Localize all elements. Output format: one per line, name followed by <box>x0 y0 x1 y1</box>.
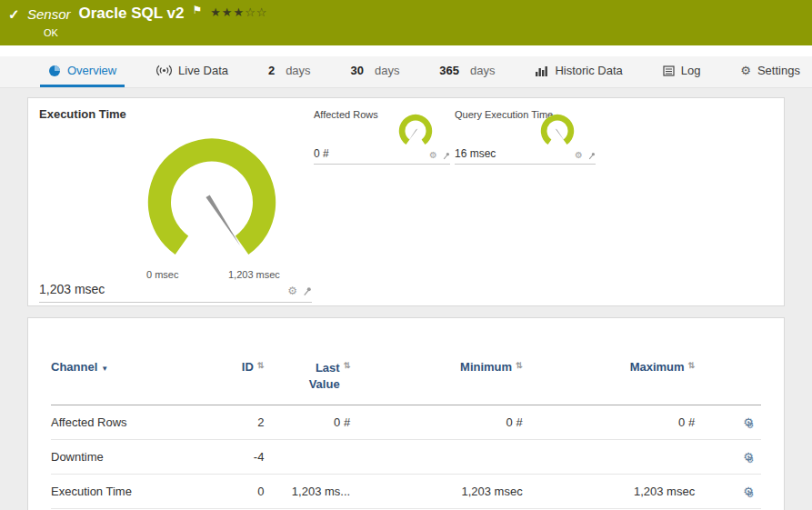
channel-minimum: 0 # <box>350 405 522 440</box>
tab-label: Settings <box>757 64 800 77</box>
affected-rows-gauge-block: Affected Rows 0 # ⚙ <box>314 109 450 173</box>
gauge-pin-icon[interactable] <box>302 286 312 296</box>
execution-time-gauge-block: Execution Time 0 msec 1,203 msec 1,203 m… <box>39 107 319 272</box>
gear-icon: ⚙ <box>740 64 751 77</box>
prtg-sensor-page: ✓ Sensor Oracle SQL v2 ⚑ ★★★☆☆ OK Overvi… <box>0 0 812 510</box>
gauge-footer: 16 msec ⚙ <box>455 147 596 165</box>
tab-label-number: 365 <box>439 64 459 77</box>
gauges-panel: Execution Time 0 msec 1,203 msec 1,203 m… <box>27 97 785 306</box>
object-kind-label: Sensor <box>27 6 71 22</box>
tab-settings[interactable]: ⚙ Settings <box>732 56 808 87</box>
tab-log[interactable]: Log <box>655 56 709 87</box>
channel-last-value: 1,203 ms... <box>264 475 350 509</box>
column-header-last-value[interactable]: Last Value⇅ <box>264 356 350 405</box>
gauge-value: 0 # <box>314 147 329 160</box>
sensor-header: ✓ Sensor Oracle SQL v2 ⚑ ★★★☆☆ OK <box>0 0 812 45</box>
gauge-needle <box>408 128 418 141</box>
channel-id: 2 <box>210 405 265 440</box>
channels-panel: Channel▼ ID⇅ Last Value⇅ Minimum⇅ Maximu… <box>27 317 785 510</box>
channel-last-value <box>264 440 350 475</box>
tab-historic-data[interactable]: Historic Data <box>526 56 630 87</box>
column-label: Last Value <box>302 360 340 392</box>
tab-label-number: 30 <box>350 64 363 77</box>
tab-label: Overview <box>67 64 116 77</box>
tab-overview[interactable]: Overview <box>40 56 125 87</box>
live-signal-icon <box>156 65 172 76</box>
tab-bar: Overview Live Data 2days 30days 365days <box>0 56 812 88</box>
channel-last-value: 0 # <box>264 405 350 440</box>
tab-label: Log <box>681 64 701 77</box>
gauge-min-label: 0 msec <box>146 269 178 280</box>
status-badge: OK <box>44 27 58 38</box>
execution-time-gauge <box>130 125 294 272</box>
channel-maximum <box>523 440 695 475</box>
gauge-actions: ⚙ <box>429 151 450 160</box>
gauge-settings-gear-icon[interactable]: ⚙ <box>429 151 437 160</box>
tab-label-word: days <box>286 64 310 77</box>
gauge-needle <box>556 128 566 141</box>
channel-id: -4 <box>210 440 265 475</box>
channel-minimum: 1,203 msec <box>350 475 522 509</box>
channel-settings-icon[interactable]: ⚙⚙ <box>736 450 754 464</box>
priority-stars[interactable]: ★★★☆☆ <box>210 5 267 19</box>
tab-2-days[interactable]: 2days <box>260 56 319 87</box>
channel-settings-icon[interactable]: ⚙⚙ <box>736 485 754 498</box>
column-header-actions <box>695 356 761 405</box>
column-header-maximum[interactable]: Maximum⇅ <box>523 356 695 405</box>
table-row: Downtime -4 ⚙⚙ <box>51 440 761 475</box>
tab-label: Historic Data <box>555 64 622 77</box>
gauge-value: 1,203 msec <box>39 282 105 296</box>
channels-table: Channel▼ ID⇅ Last Value⇅ Minimum⇅ Maximu… <box>51 356 761 510</box>
column-header-channel[interactable]: Channel▼ <box>51 356 210 405</box>
column-label: Maximum <box>630 360 685 374</box>
channel-id: 0 <box>210 475 265 509</box>
stars-empty: ☆☆ <box>245 5 267 19</box>
sort-icon: ⇅ <box>344 361 351 370</box>
channel-minimum <box>350 440 522 475</box>
query-execution-time-gauge-block: Query Execution Time 16 msec ⚙ <box>455 109 596 173</box>
gauge-pin-icon[interactable] <box>442 152 450 160</box>
gauge-footer: 1,203 msec ⚙ <box>39 282 312 303</box>
gauge-title: Execution Time <box>39 107 319 121</box>
sensor-title: Oracle SQL v2 <box>79 5 185 23</box>
sort-icon: ⇅ <box>688 361 696 370</box>
table-header-row: Channel▼ ID⇅ Last Value⇅ Minimum⇅ Maximu… <box>51 356 761 405</box>
channel-name: Execution Time <box>51 475 210 509</box>
flag-icon: ⚑ <box>192 4 202 16</box>
column-label: Channel <box>51 360 97 374</box>
gauge-max-label: 1,203 msec <box>228 269 280 280</box>
tab-label-number: 2 <box>268 64 275 77</box>
gauge-settings-gear-icon[interactable]: ⚙ <box>575 151 583 160</box>
channel-name: Affected Rows <box>51 405 210 440</box>
gauge-actions: ⚙ <box>287 285 312 296</box>
header-gap <box>0 45 812 56</box>
table-row: Affected Rows 2 0 # 0 # 0 # ⚙⚙ <box>51 405 761 440</box>
column-label: Minimum <box>460 360 512 374</box>
tab-365-days[interactable]: 365days <box>431 56 503 87</box>
gauge-footer: 0 # ⚙ <box>314 147 450 165</box>
sensor-title-row: Sensor Oracle SQL v2 ⚑ ★★★☆☆ <box>27 5 268 23</box>
column-header-id[interactable]: ID⇅ <box>210 356 265 405</box>
column-label: ID <box>242 360 254 374</box>
channel-maximum: 0 # <box>523 405 695 440</box>
sort-desc-icon: ▼ <box>101 365 108 373</box>
tab-label-word: days <box>375 64 399 77</box>
channel-settings-icon[interactable]: ⚙⚙ <box>736 415 754 429</box>
column-header-minimum[interactable]: Minimum⇅ <box>350 356 522 405</box>
channel-name: Downtime <box>51 440 210 475</box>
gauge-needle <box>206 195 240 245</box>
bar-chart-icon <box>535 65 548 76</box>
gauge-value: 16 msec <box>455 147 496 160</box>
stars-filled: ★★★ <box>210 5 245 19</box>
log-list-icon <box>663 65 675 76</box>
tab-live-data[interactable]: Live Data <box>148 56 236 87</box>
gauge-settings-gear-icon[interactable]: ⚙ <box>287 285 297 296</box>
tab-label-word: days <box>470 64 495 77</box>
gauge-actions: ⚙ <box>575 151 596 160</box>
channel-maximum: 1,203 msec <box>523 475 695 509</box>
sort-icon: ⇅ <box>516 361 523 370</box>
pie-chart-icon <box>48 65 61 77</box>
gauge-pin-icon[interactable] <box>587 152 596 160</box>
table-row: Execution Time 0 1,203 ms... 1,203 msec … <box>51 475 761 509</box>
tab-30-days[interactable]: 30days <box>342 56 407 87</box>
